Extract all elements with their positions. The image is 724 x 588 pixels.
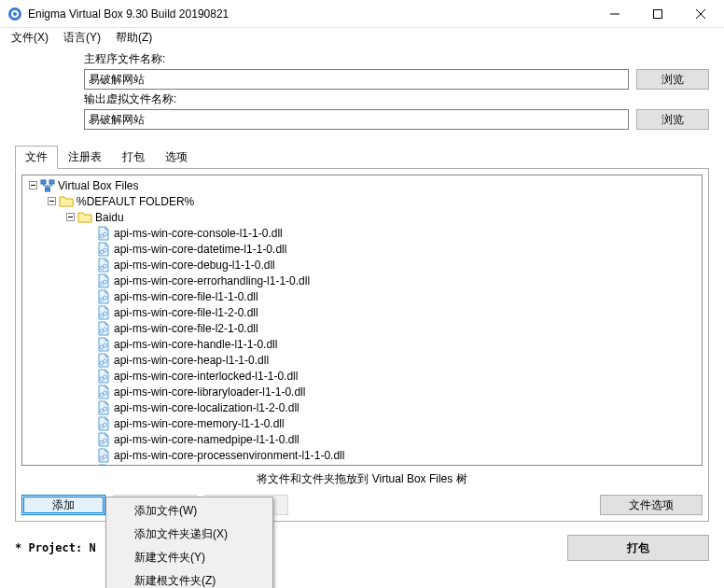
tree-file-label[interactable]: api-ms-win-core-namedpipe-l1-1-0.dll: [114, 433, 299, 446]
dll-file-icon: [96, 353, 111, 368]
tree-root-label[interactable]: Virtual Box Files: [58, 179, 138, 192]
tab-registry[interactable]: 注册表: [58, 146, 112, 169]
folder-open-icon: [77, 210, 92, 225]
dll-file-icon: [96, 242, 111, 257]
cm-new-root-folder[interactable]: 新建根文件夹(Z): [108, 569, 271, 588]
drop-hint: 将文件和文件夹拖放到 Virtual Box Files 树: [21, 471, 703, 487]
dll-file-icon: [96, 432, 111, 447]
output-file-input[interactable]: [84, 109, 629, 130]
titlebar: Enigma Virtual Box 9.30 Build 20190821: [0, 0, 724, 28]
tree-file-label[interactable]: api-ms-win-core-datetime-l1-1-0.dll: [114, 243, 286, 256]
dll-file-icon: [96, 464, 111, 467]
project-label: * Project: N: [15, 541, 96, 554]
svg-rect-11: [46, 188, 50, 191]
browse-output-button[interactable]: 浏览: [636, 109, 709, 130]
cm-add-file[interactable]: 添加文件(W): [108, 499, 271, 523]
dll-file-icon: [96, 385, 111, 399]
dll-file-icon: [96, 258, 111, 273]
dll-file-icon: [96, 305, 111, 320]
tree-folder-label[interactable]: %DEFAULT FOLDER%: [77, 195, 194, 208]
dll-file-icon: [96, 369, 111, 384]
minimize-button[interactable]: [593, 0, 636, 28]
tab-strip: 文件 注册表 打包 选项: [15, 145, 709, 169]
tree-file-label[interactable]: api-ms-win-core-file-l1-1-0.dll: [114, 290, 258, 303]
tree-file-label[interactable]: api-ms-win-core-errorhandling-l1-1-0.dll: [114, 274, 310, 287]
folder-open-icon: [59, 194, 74, 209]
menu-language[interactable]: 语言(Y): [56, 28, 108, 48]
file-paths-form: 主程序文件名称: 浏览 输出虚拟文件名称: 浏览: [0, 48, 724, 139]
file-options-button[interactable]: 文件选项: [600, 495, 703, 515]
menu-help[interactable]: 帮助(Z): [108, 28, 160, 48]
svg-rect-10: [49, 180, 54, 184]
dll-file-icon: [96, 289, 111, 304]
dll-file-icon: [96, 273, 111, 288]
collapse-icon[interactable]: [28, 180, 38, 190]
add-context-menu: 添加文件(W) 添加文件夹递归(X) 新建文件夹(Y) 新建根文件夹(Z): [105, 497, 273, 588]
tree-file-label[interactable]: api-ms-win-core-file-l1-2-0.dll: [114, 306, 258, 319]
menubar: 文件(X) 语言(Y) 帮助(Z): [0, 28, 724, 48]
dll-file-icon: [96, 337, 111, 352]
tree-file-label[interactable]: api-ms-win-core-console-l1-1-0.dll: [114, 227, 283, 240]
dll-file-icon: [96, 321, 111, 336]
dll-file-icon: [96, 400, 111, 415]
tab-content-files: Virtual Box Files%DEFAULT FOLDER%Baiduap…: [15, 169, 709, 522]
tree-file-label[interactable]: api-ms-win-core-libraryloader-l1-1-0.dll: [114, 385, 305, 399]
dll-file-icon: [96, 226, 111, 241]
tree-folder-label[interactable]: Baidu: [95, 211, 124, 224]
file-tree[interactable]: Virtual Box Files%DEFAULT FOLDER%Baiduap…: [21, 175, 703, 466]
tab-files[interactable]: 文件: [15, 146, 58, 169]
app-icon: [7, 7, 22, 21]
tree-file-label[interactable]: api-ms-win-core-interlocked-l1-1-0.dll: [114, 370, 298, 383]
tree-file-label[interactable]: api-ms-win-core-memory-l1-1-0.dll: [114, 417, 285, 430]
tree-file-label[interactable]: api-ms-win-core-heap-l1-1-0.dll: [114, 354, 269, 367]
dll-file-icon: [96, 448, 111, 463]
tree-root-icon: [40, 178, 55, 193]
tree-file-label[interactable]: api-ms-win-core-processthreads-l1-1-0.dl…: [114, 465, 320, 467]
cm-new-folder[interactable]: 新建文件夹(Y): [108, 546, 271, 569]
add-button[interactable]: 添加: [21, 495, 105, 515]
collapse-icon[interactable]: [65, 212, 76, 222]
tree-file-label[interactable]: api-ms-win-core-processenvironment-l1-1-…: [114, 449, 344, 462]
svg-point-2: [13, 12, 17, 16]
collapse-icon[interactable]: [47, 196, 57, 206]
close-button[interactable]: [679, 0, 722, 28]
svg-rect-4: [654, 9, 662, 18]
browse-main-button[interactable]: 浏览: [636, 69, 709, 90]
tree-file-label[interactable]: api-ms-win-core-debug-l1-1-0.dll: [114, 259, 275, 272]
menu-file[interactable]: 文件(X): [4, 28, 56, 48]
main-file-input[interactable]: [84, 69, 629, 90]
tree-file-label[interactable]: api-ms-win-core-file-l2-1-0.dll: [114, 322, 258, 335]
tree-file-label[interactable]: api-ms-win-core-handle-l1-1-0.dll: [114, 338, 277, 351]
tab-pack[interactable]: 打包: [112, 146, 155, 169]
maximize-button[interactable]: [636, 0, 679, 28]
cm-add-folder-recursive[interactable]: 添加文件夹递归(X): [108, 523, 271, 546]
main-file-label: 主程序文件名称:: [84, 51, 709, 67]
pack-button[interactable]: 打包: [567, 535, 709, 561]
svg-rect-9: [41, 180, 46, 184]
tree-file-label[interactable]: api-ms-win-core-localization-l1-2-0.dll: [114, 401, 299, 414]
dll-file-icon: [96, 416, 111, 431]
window-title: Enigma Virtual Box 9.30 Build 20190821: [28, 7, 593, 21]
output-file-label: 输出虚拟文件名称:: [84, 91, 709, 107]
tab-options[interactable]: 选项: [155, 146, 198, 169]
